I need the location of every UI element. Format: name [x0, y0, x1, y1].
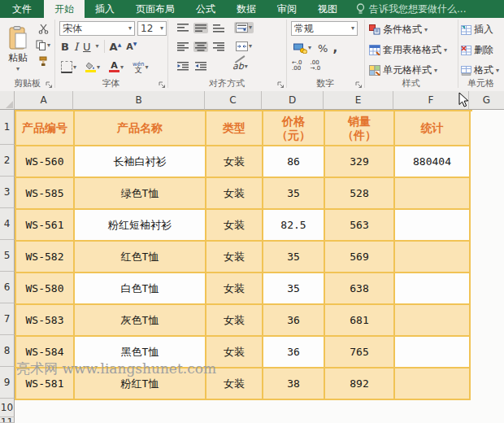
cell-D7[interactable]: 36	[263, 305, 325, 337]
row-header-3[interactable]: 3	[0, 177, 15, 208]
cell-C2[interactable]: 女装	[206, 146, 263, 178]
align-left-button[interactable]	[176, 41, 190, 52]
format-as-table-button[interactable]: 套用表格格式 ▾	[369, 43, 447, 57]
paste-button[interactable]: 粘贴 ▾	[3, 21, 33, 76]
orientation-button[interactable]: ab ▾	[231, 60, 250, 72]
conditional-formatting-button[interactable]: 条件格式 ▾	[369, 23, 428, 37]
clipboard-dialog-launcher[interactable]	[46, 81, 53, 89]
cell-A2[interactable]: WS-560	[16, 146, 75, 178]
tab-file[interactable]: 文件	[0, 0, 44, 18]
cell-B5[interactable]: 红色T恤	[75, 242, 206, 273]
row-header-6[interactable]: 6	[0, 272, 15, 303]
header-cell-D1[interactable]: 价格 （元）	[263, 111, 325, 146]
number-dialog-launcher[interactable]	[355, 81, 363, 89]
paste-dropdown-arrow[interactable]: ▾	[16, 66, 20, 72]
number-format-select[interactable]: 常规 ▾	[291, 21, 358, 36]
column-header-G[interactable]: G	[469, 91, 504, 110]
cell-E9[interactable]: 892	[325, 368, 395, 400]
cell-A3[interactable]: WS-585	[16, 178, 75, 210]
grow-font-button[interactable]: A▲	[110, 41, 122, 53]
tab-data[interactable]: 数据	[226, 0, 267, 18]
font-size-select[interactable]: 12 ▾	[137, 21, 167, 36]
align-bottom-button[interactable]	[211, 23, 226, 33]
cell-F8[interactable]	[395, 337, 471, 368]
cell-A7[interactable]: WS-583	[16, 305, 75, 337]
row-header-7[interactable]: 7	[0, 303, 15, 335]
cell-C5[interactable]: 女装	[206, 242, 263, 273]
cell-A6[interactable]: WS-580	[16, 273, 75, 305]
cell-E8[interactable]: 765	[325, 337, 395, 368]
format-cells-button[interactable]: 格式 ▾	[461, 63, 499, 77]
tab-home[interactable]: 开始	[44, 0, 85, 18]
cell-E5[interactable]: 569	[325, 242, 395, 273]
align-top-button[interactable]	[176, 23, 190, 33]
shrink-font-button[interactable]: A▼	[126, 41, 137, 52]
column-header-A[interactable]: A	[15, 91, 73, 110]
align-right-button[interactable]	[211, 41, 226, 52]
cell-B3[interactable]: 绿色T恤	[75, 178, 206, 210]
cell-F6[interactable]	[395, 273, 471, 305]
cell-C4[interactable]: 女装	[206, 210, 263, 242]
borders-button[interactable]: ▾	[59, 60, 78, 74]
font-dialog-launcher[interactable]	[159, 81, 166, 89]
cell-C7[interactable]: 女装	[206, 305, 263, 337]
cell-A5[interactable]: WS-582	[16, 242, 75, 273]
decrease-indent-button[interactable]	[176, 61, 190, 72]
row-header-9[interactable]: 9	[0, 367, 15, 399]
cell-E4[interactable]: 563	[325, 210, 395, 242]
cell-A4[interactable]: WS-561	[16, 210, 75, 242]
align-center-button[interactable]	[193, 41, 208, 52]
cell-C3[interactable]: 女装	[206, 178, 263, 210]
accounting-format-button[interactable]: ▾	[292, 42, 313, 55]
font-color-button[interactable]: A ▾	[107, 61, 125, 73]
copy-dropdown-arrow[interactable]: ▾	[47, 42, 50, 49]
cell-E3[interactable]: 528	[325, 178, 395, 210]
alignment-dialog-launcher[interactable]	[277, 81, 285, 89]
delete-cells-button[interactable]: 删除	[461, 43, 493, 57]
column-header-E[interactable]: E	[324, 91, 393, 110]
cell-D4[interactable]: 82.5	[263, 210, 325, 242]
row-header-5[interactable]: 5	[0, 240, 15, 272]
row-header-2[interactable]: 2	[0, 145, 15, 177]
format-painter-button[interactable]	[33, 54, 54, 69]
cell-E2[interactable]: 329	[325, 146, 395, 178]
row-header-11[interactable]: 11	[0, 417, 15, 423]
copy-button[interactable]: ▾	[33, 37, 54, 53]
cell-B2[interactable]: 长袖白衬衫	[75, 146, 206, 178]
merge-center-button[interactable]: ▾	[234, 41, 254, 52]
cell-F7[interactable]	[395, 305, 471, 337]
wrap-text-button[interactable]: ▾	[234, 22, 254, 33]
header-cell-A1[interactable]: 产品编号	[16, 111, 75, 146]
cell-F2[interactable]: 880404	[395, 146, 471, 178]
italic-button[interactable]: I	[74, 41, 78, 53]
cell-D5[interactable]: 35	[263, 242, 325, 273]
font-name-select[interactable]: 宋体 ▾	[59, 21, 135, 36]
column-header-D[interactable]: D	[262, 91, 324, 110]
cell-D6[interactable]: 35	[263, 273, 325, 305]
header-cell-E1[interactable]: 销量 （件）	[325, 111, 395, 146]
bold-button[interactable]: B	[61, 41, 69, 53]
tab-page-layout[interactable]: 页面布局	[125, 0, 185, 18]
underline-dropdown-arrow[interactable]: ▾	[96, 43, 99, 50]
select-all-corner[interactable]	[0, 91, 15, 110]
cell-D8[interactable]: 36	[263, 337, 325, 368]
cell-B4[interactable]: 粉红短袖衬衫	[75, 210, 206, 242]
column-header-B[interactable]: B	[73, 91, 205, 110]
decrease-decimal-button[interactable]: .00 →.0	[311, 60, 321, 72]
tab-insert[interactable]: 插入	[85, 0, 125, 18]
cell-E6[interactable]: 638	[325, 273, 395, 305]
increase-decimal-button[interactable]: ←.0 .00	[292, 60, 302, 72]
align-middle-button[interactable]	[193, 23, 208, 33]
row-header-10[interactable]: 10	[0, 399, 15, 417]
cell-F3[interactable]	[395, 178, 471, 210]
cell-F9[interactable]	[395, 368, 471, 400]
percent-style-button[interactable]: %	[318, 42, 328, 55]
cell-F4[interactable]	[395, 210, 471, 242]
row-header-1[interactable]: 1	[0, 110, 15, 145]
header-cell-B1[interactable]: 产品名称	[75, 111, 206, 146]
increase-indent-button[interactable]	[193, 61, 208, 72]
fill-color-button[interactable]: ▾	[84, 61, 102, 73]
phonetic-button[interactable]: wén 文 ▾	[131, 61, 150, 74]
comma-style-button[interactable]: ,	[332, 41, 337, 55]
row-header-4[interactable]: 4	[0, 208, 15, 240]
